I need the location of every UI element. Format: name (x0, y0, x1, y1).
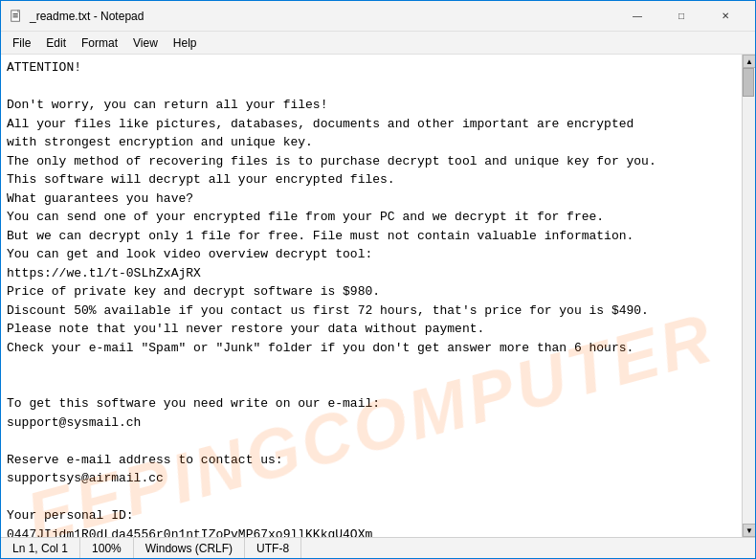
menu-edit[interactable]: Edit (38, 34, 74, 52)
scroll-up-button[interactable]: ▲ (743, 55, 755, 68)
svg-rect-1 (18, 10, 20, 11)
menu-format[interactable]: Format (74, 34, 125, 52)
minimize-button[interactable]: — (615, 1, 659, 32)
menu-help[interactable]: Help (166, 34, 205, 52)
app-icon (9, 9, 24, 24)
status-bar: Ln 1, Col 1 100% Windows (CRLF) UTF-8 (1, 537, 755, 558)
menu-bar: File Edit Format View Help (1, 32, 755, 55)
menu-view[interactable]: View (125, 34, 166, 52)
zoom-level: 100% (80, 538, 134, 558)
scroll-down-button[interactable]: ▼ (743, 524, 755, 537)
scroll-thumb[interactable] (743, 68, 754, 97)
content-wrapper: ▲ ▼ BLEEPINGCOMPUTER (1, 55, 755, 537)
window-controls: — □ ✕ (615, 1, 747, 32)
cursor-position: Ln 1, Col 1 (9, 538, 80, 558)
menu-file[interactable]: File (5, 34, 38, 52)
vertical-scrollbar[interactable]: ▲ ▼ (742, 55, 755, 537)
line-ending: Windows (CRLF) (134, 538, 245, 558)
notepad-window: _readme.txt - Notepad — □ ✕ File Edit Fo… (0, 0, 756, 559)
text-editor[interactable] (1, 55, 742, 537)
close-button[interactable]: ✕ (703, 1, 747, 32)
window-title: _readme.txt - Notepad (30, 10, 615, 23)
maximize-button[interactable]: □ (659, 1, 703, 32)
title-bar: _readme.txt - Notepad — □ ✕ (1, 1, 755, 32)
encoding: UTF-8 (245, 538, 301, 558)
scroll-track[interactable] (743, 68, 755, 524)
